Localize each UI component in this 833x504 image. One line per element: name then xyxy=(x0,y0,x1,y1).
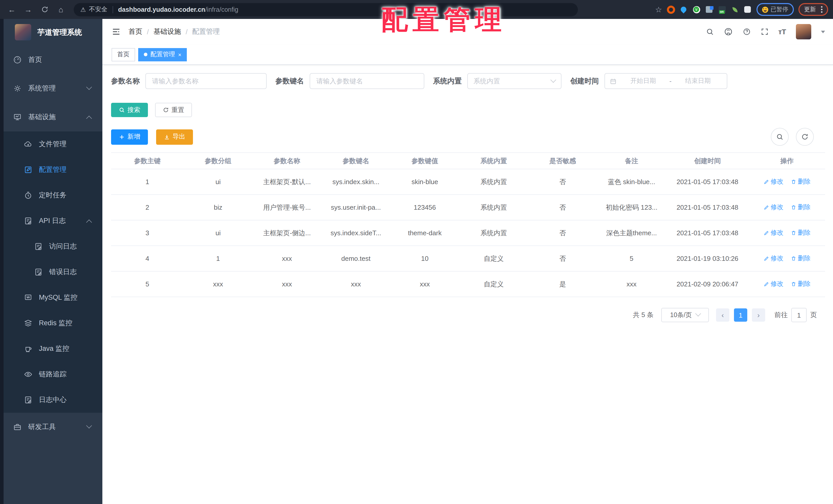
search-icon[interactable] xyxy=(706,28,714,36)
active-dot-icon xyxy=(144,53,147,56)
extension-icon-v[interactable]: v xyxy=(692,5,700,14)
fullscreen-icon[interactable] xyxy=(760,28,768,36)
param-name-input[interactable] xyxy=(145,73,267,89)
edit-link[interactable]: 修改 xyxy=(763,280,783,288)
tab-label: 首页 xyxy=(117,50,129,59)
param-key-input[interactable] xyxy=(310,73,424,89)
sidebar-item-trace[interactable]: 链路追踪 xyxy=(0,361,102,387)
edit-link[interactable]: 修改 xyxy=(763,254,783,263)
tab-home[interactable]: 首页 xyxy=(112,48,135,61)
table-row: 1ui 主框架页-默认...sys.index.skin... skin-blu… xyxy=(111,169,825,195)
delete-link[interactable]: 删除 xyxy=(790,254,810,263)
layers-icon xyxy=(24,319,33,328)
start-date-placeholder: 开始日期 xyxy=(619,77,667,85)
sidebar-item-job[interactable]: 定时任务 xyxy=(0,182,102,208)
page-watermark-title: 配置管理 xyxy=(381,2,506,38)
sidebar-item-infra[interactable]: 基础设施 xyxy=(0,103,102,131)
column-header: 参数名称 xyxy=(253,153,322,169)
breadcrumb-infra[interactable]: 基础设施 xyxy=(153,27,181,36)
delete-link[interactable]: 删除 xyxy=(790,280,810,288)
chevron-down-icon[interactable] xyxy=(821,30,825,35)
sidebar-item-errorlog[interactable]: 错误日志 xyxy=(0,259,102,285)
edit-link[interactable]: 修改 xyxy=(763,177,783,186)
add-button[interactable]: 新增 xyxy=(111,129,148,145)
sidebar-item-redis[interactable]: Redis 监控 xyxy=(0,310,102,336)
tab-config[interactable]: 配置管理 × xyxy=(138,48,187,61)
total-count: 共 5 条 xyxy=(633,310,653,320)
browser-menu-icon[interactable] xyxy=(821,6,823,13)
extension-icon-cube[interactable] xyxy=(705,5,713,14)
reload-icon[interactable] xyxy=(38,3,51,16)
help-circle-icon[interactable] xyxy=(742,28,751,36)
prev-page-button[interactable]: ‹ xyxy=(716,308,729,322)
next-page-button[interactable]: › xyxy=(752,308,765,322)
pagination: 共 5 条 10条/页 ‹ 1 › 前往 页 xyxy=(111,308,825,322)
avatar[interactable] xyxy=(796,24,811,40)
sidebar-item-mysql[interactable]: MySQL 监控 xyxy=(0,285,102,310)
sidebar-item-config[interactable]: 配置管理 xyxy=(0,157,102,182)
extension-icon-leaf[interactable] xyxy=(731,5,739,14)
update-chip[interactable]: 更新 xyxy=(799,3,828,16)
extensions-puzzle-icon[interactable] xyxy=(743,5,752,14)
sidebar-item-accesslog[interactable]: 访问日志 xyxy=(0,234,102,259)
sidebar-item-tools[interactable]: 研发工具 xyxy=(0,413,102,442)
monitor-chart-icon xyxy=(13,112,22,122)
sidebar-item-file[interactable]: 文件管理 xyxy=(0,131,102,157)
edit-square-icon xyxy=(24,165,33,174)
sidebar-item-label: 定时任务 xyxy=(39,191,67,200)
delete-link[interactable]: 删除 xyxy=(790,177,810,186)
sidebar-item-java[interactable]: Java 监控 xyxy=(0,336,102,361)
edit-link[interactable]: 修改 xyxy=(763,229,783,237)
sidebar-toggle-icon[interactable] xyxy=(112,27,121,36)
search-button[interactable]: 搜索 xyxy=(111,103,148,117)
table-row: 2biz 用户管理-账号...sys.user.init-pa... 12345… xyxy=(111,195,825,220)
main-area: 首页 / 基础设施 / 配置管理 xyxy=(102,19,833,504)
page-size-select[interactable]: 10条/页 xyxy=(661,308,709,322)
briefcase-icon xyxy=(13,423,22,432)
config-table: 参数主键 参数分组 参数名称 参数键名 参数键值 系统内置 是否敏感 备注 创建… xyxy=(111,152,825,297)
delete-link[interactable]: 删除 xyxy=(790,229,810,237)
current-page-button[interactable]: 1 xyxy=(734,308,747,322)
table-row: 5xxx xxxxxx xxx自定义 是xxx 2021-02-09 20:06… xyxy=(111,271,825,297)
github-icon[interactable] xyxy=(723,27,733,36)
extension-icon-on[interactable]: on xyxy=(718,6,725,13)
log-file-icon xyxy=(34,268,43,277)
extension-icon-pin[interactable] xyxy=(680,5,688,14)
date-separator: - xyxy=(669,77,671,85)
gear-icon xyxy=(13,84,22,93)
sidebar-item-label: 研发工具 xyxy=(28,423,56,432)
column-header: 创建时间 xyxy=(666,153,749,169)
reset-button[interactable]: 重置 xyxy=(155,103,192,117)
goto-page-input[interactable] xyxy=(791,308,807,322)
sidebar-item-label: 链路追踪 xyxy=(39,370,67,379)
mysql-monitor-icon xyxy=(24,293,33,302)
delete-link[interactable]: 删除 xyxy=(790,203,810,212)
filter-label: 创建时间 xyxy=(570,76,599,86)
hide-search-button[interactable] xyxy=(771,128,789,146)
chevron-down-icon xyxy=(86,423,92,429)
sidebar-item-system[interactable]: 系统管理 xyxy=(0,74,102,103)
close-icon[interactable]: × xyxy=(178,51,182,57)
table-toolbar-row: 新增 导出 xyxy=(111,128,825,146)
date-range-picker[interactable]: 开始日期 - 结束日期 xyxy=(604,73,727,89)
forward-icon[interactable]: → xyxy=(22,3,35,16)
edit-link[interactable]: 修改 xyxy=(763,203,783,212)
filter-label: 系统内置 xyxy=(433,76,462,86)
sidebar-item-logcenter[interactable]: 日志中心 xyxy=(0,387,102,413)
export-button[interactable]: 导出 xyxy=(156,129,193,145)
sidebar-item-apilog[interactable]: API 日志 xyxy=(0,208,102,234)
sidebar-item-home[interactable]: 首页 xyxy=(0,46,102,74)
extension-icon-donut[interactable] xyxy=(667,5,675,14)
filter-label: 参数键名 xyxy=(276,76,304,86)
home-icon[interactable]: ⌂ xyxy=(54,3,68,16)
paused-chip[interactable]: 已暂停 xyxy=(756,3,794,16)
app-logo-row[interactable]: 芋道管理系统 xyxy=(0,19,102,46)
system-type-select[interactable]: 系统内置 xyxy=(467,73,562,89)
font-size-icon[interactable]: ᴛT xyxy=(778,28,786,36)
sidebar-item-label: API 日志 xyxy=(39,216,66,226)
back-icon[interactable]: ← xyxy=(5,3,19,16)
refresh-button[interactable] xyxy=(796,128,814,146)
sidebar-item-label: 访问日志 xyxy=(49,242,77,251)
breadcrumb-home[interactable]: 首页 xyxy=(128,27,142,36)
bookmark-star-icon[interactable]: ☆ xyxy=(655,5,662,14)
